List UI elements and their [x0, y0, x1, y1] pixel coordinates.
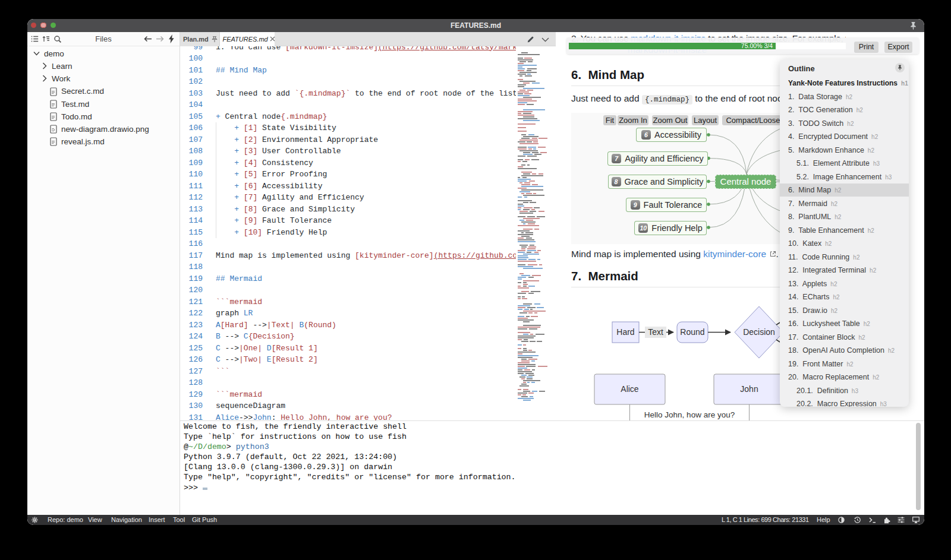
svg-text:Decision: Decision: [743, 327, 775, 337]
svg-text:Alice: Alice: [621, 384, 639, 394]
svg-text:Text: Text: [648, 327, 663, 337]
svg-text:Hello John, how are you?: Hello John, how are you?: [644, 410, 735, 419]
svg-text:Round: Round: [680, 327, 704, 337]
svg-text:Hard: Hard: [616, 327, 634, 337]
svg-text:John: John: [740, 384, 758, 394]
